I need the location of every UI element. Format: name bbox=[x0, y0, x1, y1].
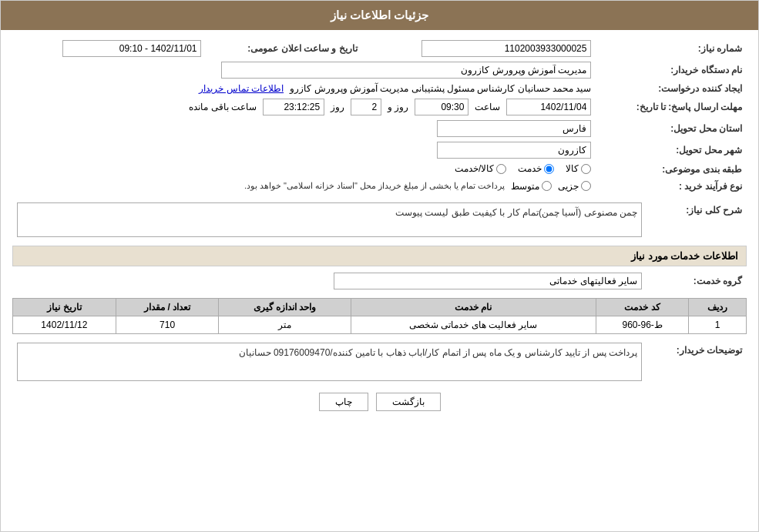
radio-kala[interactable] bbox=[581, 164, 591, 174]
province-label: استان محل تحویل: bbox=[596, 118, 747, 139]
creator-label: ایجاد کننده درخواست: bbox=[596, 81, 747, 96]
table-row: 1ط-96-960سایر فعالیت های خدماتی شخصیمتر7… bbox=[13, 316, 747, 333]
page-header: جزئیات اطلاعات نیاز bbox=[1, 1, 758, 30]
cell-name: سایر فعالیت های خدماتی شخصی bbox=[351, 316, 596, 333]
radio-motawaset-label: متوسط bbox=[511, 181, 539, 192]
cell-date: 1402/11/12 bbox=[13, 316, 116, 333]
requester-org-value bbox=[12, 59, 596, 81]
page-wrapper: جزئیات اطلاعات نیاز شماره نیاز: تاریخ و … bbox=[0, 0, 759, 532]
category-label: طبقه بندی موضوعی: bbox=[596, 161, 747, 179]
purchase-type-value: جزیی متوسط پرداخت تمام یا بخشی از مبلغ خ… bbox=[12, 179, 596, 194]
radio-jozi[interactable] bbox=[581, 181, 591, 191]
cell-quantity: 710 bbox=[116, 316, 219, 333]
buyer-notes-box: پرداخت پس از تایید کارشناس و یک ماه پس ا… bbox=[17, 343, 642, 381]
requester-org-label: نام دستگاه خریدار: bbox=[596, 59, 747, 81]
col-row: ردیف bbox=[689, 298, 747, 316]
reply-days-input[interactable] bbox=[351, 99, 381, 115]
province-input[interactable] bbox=[437, 120, 591, 137]
requester-org-input[interactable] bbox=[221, 62, 591, 79]
city-value bbox=[12, 139, 596, 161]
need-desc-box: چمن مصنوعی (آسیا چمن)تمام کار با کیفیت ط… bbox=[17, 202, 642, 237]
need-number-label: شماره نیاز: bbox=[596, 38, 747, 59]
need-desc-table: شرح کلی نیاز: چمن مصنوعی (آسیا چمن)تمام … bbox=[12, 200, 747, 239]
need-desc-label: شرح کلی نیاز: bbox=[646, 200, 747, 239]
need-number-input[interactable] bbox=[421, 40, 591, 57]
col-unit: واحد اندازه گیری bbox=[219, 298, 351, 316]
buyer-notes-text: پرداخت پس از تایید کارشناس و یک ماه پس ا… bbox=[239, 347, 637, 358]
button-row: بازگشت چاپ bbox=[12, 393, 747, 411]
radio-kala-khedmat-label: کالا/خدمت bbox=[455, 163, 494, 174]
service-group-value bbox=[12, 270, 646, 292]
reply-time-label: ساعت bbox=[475, 102, 500, 112]
purchase-note: پرداخت تمام یا بخشی از مبلغ خریداز محل "… bbox=[244, 181, 505, 191]
creator-value: سید محمد حسانیان کارشناس مسئول پشتیبانی … bbox=[12, 81, 596, 96]
cell-unit: متر bbox=[219, 316, 351, 333]
radio-kala-label: کالا bbox=[566, 163, 579, 174]
radio-kala-khedmat[interactable] bbox=[496, 164, 506, 174]
cell-row: 1 bbox=[689, 316, 747, 333]
col-date: تاریخ نیاز bbox=[13, 298, 116, 316]
service-group-label: گروه خدمت: bbox=[646, 270, 747, 292]
reply-countdown-input[interactable] bbox=[263, 99, 324, 115]
creator-text: سید محمد حسانیان کارشناس مسئول پشتیبانی … bbox=[290, 83, 591, 94]
category-value: کالا خدمت کالا/خدمت bbox=[12, 161, 596, 179]
need-desc-text: چمن مصنوعی (آسیا چمن)تمام کار با کیفیت ط… bbox=[395, 207, 637, 218]
city-input[interactable] bbox=[437, 142, 591, 159]
category-kala-khedmat: کالا/خدمت bbox=[455, 163, 506, 174]
col-code: کد خدمت bbox=[596, 298, 688, 316]
creator-link[interactable]: اطلاعات تماس خریدار bbox=[199, 83, 284, 94]
need-desc-value: چمن مصنوعی (آسیا چمن)تمام کار با کیفیت ط… bbox=[12, 200, 646, 239]
announce-value bbox=[12, 38, 206, 59]
col-qty: تعداد / مقدار bbox=[116, 298, 219, 316]
info-table: شماره نیاز: تاریخ و ساعت اعلان عمومی: نا… bbox=[12, 38, 747, 194]
purchase-type-row: جزیی متوسط پرداخت تمام یا بخشی از مبلغ خ… bbox=[17, 181, 591, 192]
back-button[interactable]: بازگشت bbox=[376, 393, 441, 411]
reply-deadline-value: ساعت روز و روز ساعت باقی مانده bbox=[12, 96, 596, 118]
announce-label: تاریخ و ساعت اعلان عمومی: bbox=[206, 38, 361, 59]
reply-days-label: روز bbox=[331, 102, 344, 112]
buyer-notes-value: پرداخت پس از تایید کارشناس و یک ماه پس ا… bbox=[12, 340, 646, 383]
print-button[interactable]: چاپ bbox=[319, 393, 368, 411]
service-group-input[interactable] bbox=[334, 273, 642, 289]
purchase-motawaset: متوسط bbox=[511, 181, 552, 192]
category-khedmat: خدمت bbox=[518, 163, 554, 174]
radio-khedmat[interactable] bbox=[544, 164, 554, 174]
category-kala: کالا bbox=[566, 163, 591, 174]
col-name: نام خدمت bbox=[351, 298, 596, 316]
announce-input[interactable] bbox=[62, 40, 201, 57]
purchase-jozi: جزیی bbox=[558, 181, 591, 192]
radio-khedmat-label: خدمت bbox=[518, 163, 542, 174]
reply-time-input[interactable] bbox=[415, 99, 468, 115]
services-table: ردیف کد خدمت نام خدمت واحد اندازه گیری ت… bbox=[12, 298, 747, 334]
service-group-table: گروه خدمت: bbox=[12, 270, 747, 292]
radio-jozi-label: جزیی bbox=[558, 181, 579, 192]
reply-and-label: روز و bbox=[388, 102, 408, 112]
reply-remaining-label: ساعت باقی مانده bbox=[189, 102, 257, 112]
province-value bbox=[12, 118, 596, 139]
radio-motawaset[interactable] bbox=[542, 181, 552, 191]
main-content: شماره نیاز: تاریخ و ساعت اعلان عمومی: نا… bbox=[1, 30, 758, 428]
cell-code: ط-96-960 bbox=[596, 316, 688, 333]
category-radio-group: کالا خدمت کالا/خدمت bbox=[455, 163, 591, 174]
city-label: شهر محل تحویل: bbox=[596, 139, 747, 161]
services-section-header: اطلاعات خدمات مورد نیاز bbox=[12, 246, 747, 266]
need-number-value bbox=[362, 38, 596, 59]
reply-date-input[interactable] bbox=[506, 99, 591, 115]
buyer-notes-label: توضیحات خریدار: bbox=[646, 340, 747, 383]
reply-row: ساعت روز و روز ساعت باقی مانده bbox=[17, 99, 591, 115]
reply-deadline-label: مهلت ارسال پاسخ: تا تاریخ: bbox=[596, 96, 747, 118]
page-title: جزئیات اطلاعات نیاز bbox=[331, 8, 428, 22]
purchase-type-label: نوع فرآیند خرید : bbox=[596, 179, 747, 194]
buyer-notes-table: توضیحات خریدار: پرداخت پس از تایید کارشن… bbox=[12, 340, 747, 383]
